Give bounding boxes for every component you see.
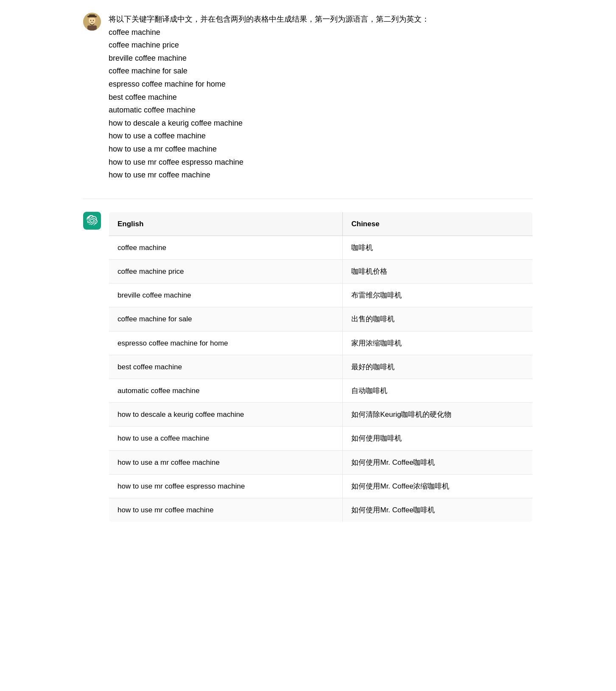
translation-table: English Chinese coffee machine咖啡机coffee … [109,212,533,522]
table-row: how to use mr coffee machine如何使用Mr. Coff… [109,498,533,522]
table-row: breville coffee machine布雷维尔咖啡机 [109,284,533,307]
table-cell-chinese: 如何使用咖啡机 [343,427,533,450]
table-cell-chinese: 自动咖啡机 [343,379,533,403]
table-header-row: English Chinese [109,212,533,236]
table-row: how to descale a keurig coffee machine如何… [109,403,533,427]
table-cell-english: coffee machine for sale [109,307,343,331]
table-cell-english: espresso coffee machine for home [109,331,343,355]
message-divider [83,199,533,199]
table-cell-chinese: 最好的咖啡机 [343,355,533,379]
table-cell-chinese: 咖啡机 [343,236,533,259]
table-cell-english: breville coffee machine [109,284,343,307]
table-cell-chinese: 家用浓缩咖啡机 [343,331,533,355]
table-row: espresso coffee machine for home家用浓缩咖啡机 [109,331,533,355]
table-cell-english: coffee machine price [109,260,343,284]
col-chinese-header: Chinese [343,212,533,236]
user-avatar [83,13,101,31]
table-cell-english: coffee machine [109,236,343,259]
user-message: 将以下关键字翻译成中文，并在包含两列的表格中生成结果，第一列为源语言，第二列为英… [83,13,533,182]
table-cell-english: how to use a coffee machine [109,427,343,450]
table-cell-english: how to use mr coffee machine [109,498,343,522]
col-english-header: English [109,212,343,236]
table-cell-chinese: 布雷维尔咖啡机 [343,284,533,307]
table-row: how to use mr coffee espresso machine如何使… [109,474,533,498]
svg-rect-3 [89,14,95,16]
svg-point-5 [93,20,94,21]
table-cell-chinese: 如何使用Mr. Coffee咖啡机 [343,498,533,522]
table-cell-english: how to use mr coffee espresso machine [109,474,343,498]
response-content: English Chinese coffee machine咖啡机coffee … [109,212,533,522]
table-cell-chinese: 咖啡机价格 [343,260,533,284]
svg-point-1 [89,17,95,24]
table-row: coffee machine for sale出售的咖啡机 [109,307,533,331]
table-row: coffee machine price咖啡机价格 [109,260,533,284]
table-cell-english: how to descale a keurig coffee machine [109,403,343,427]
table-cell-chinese: 出售的咖啡机 [343,307,533,331]
table-cell-english: best coffee machine [109,355,343,379]
table-row: how to use a coffee machine如何使用咖啡机 [109,427,533,450]
table-cell-english: how to use a mr coffee machine [109,450,343,474]
table-row: coffee machine咖啡机 [109,236,533,259]
assistant-message: English Chinese coffee machine咖啡机coffee … [83,212,533,522]
chatgpt-avatar [83,212,101,230]
table-body: coffee machine咖啡机coffee machine price咖啡机… [109,236,533,522]
table-row: automatic coffee machine自动咖啡机 [109,379,533,403]
table-cell-chinese: 如何使用Mr. Coffee咖啡机 [343,450,533,474]
svg-rect-6 [87,25,97,31]
table-cell-english: automatic coffee machine [109,379,343,403]
table-row: how to use a mr coffee machine如何使用Mr. Co… [109,450,533,474]
table-row: best coffee machine最好的咖啡机 [109,355,533,379]
svg-point-4 [90,20,91,21]
table-cell-chinese: 如何使用Mr. Coffee浓缩咖啡机 [343,474,533,498]
table-cell-chinese: 如何清除Keurig咖啡机的硬化物 [343,403,533,427]
user-message-text: 将以下关键字翻译成中文，并在包含两列的表格中生成结果，第一列为源语言，第二列为英… [109,13,533,182]
